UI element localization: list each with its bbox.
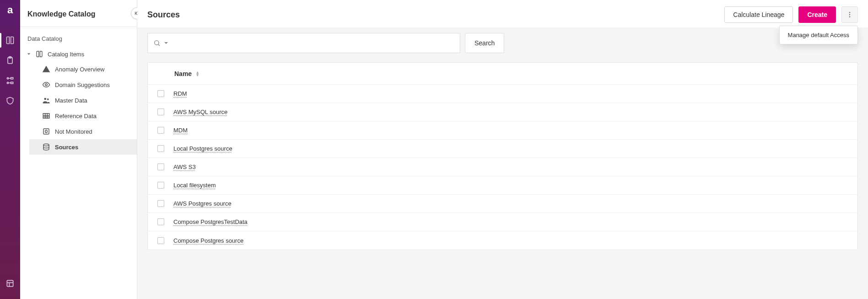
table-row: AWS S3 — [148, 158, 857, 176]
source-link[interactable]: AWS MySQL source — [173, 109, 227, 115]
svg-point-2 — [7, 77, 8, 79]
header-actions: Calculate Lineage Create — [724, 6, 858, 23]
layout-icon — [5, 279, 15, 288]
row-checkbox[interactable] — [157, 127, 164, 134]
table-row: Local filesystem — [148, 176, 857, 195]
more-actions-menu: Manage default Access — [779, 26, 858, 44]
page-title: Sources — [147, 10, 180, 20]
svg-rect-11 — [43, 129, 49, 134]
sidebar-section-title: Data Catalog — [20, 27, 137, 47]
row-checkbox[interactable] — [157, 163, 164, 170]
row-checkbox[interactable] — [157, 145, 164, 152]
source-link[interactable]: Compose PostgresTestData — [173, 218, 248, 225]
table-row: MDM — [148, 121, 857, 140]
search-icon — [153, 39, 161, 47]
table-row: Local Postgres source — [148, 140, 857, 158]
sidebar-item-label: Not Monitored — [55, 128, 92, 135]
caret-down-icon — [27, 51, 32, 58]
svg-point-13 — [43, 144, 49, 146]
sidebar-item-label: Sources — [55, 144, 78, 151]
tree-children: Anomaly Overview Domain Suggestions Mast… — [20, 61, 137, 155]
main: Sources Calculate Lineage Create Manage … — [137, 0, 868, 299]
sidebar-item-anomaly-overview[interactable]: Anomaly Overview — [29, 61, 137, 77]
menu-item-manage-default-access[interactable]: Manage default Access — [788, 32, 849, 38]
table-row: AWS Postgres source — [148, 195, 857, 213]
tree-root-catalog-items[interactable]: Catalog Items — [20, 47, 137, 61]
sidebar-item-reference-data[interactable]: Reference Data — [29, 108, 137, 124]
grid-icon — [42, 112, 50, 120]
eye-icon — [42, 81, 50, 89]
sidebar-item-master-data[interactable]: Master Data — [29, 92, 137, 108]
table-row: Compose Postgres source — [148, 231, 857, 250]
row-checkbox[interactable] — [157, 218, 164, 225]
more-actions-button[interactable] — [841, 6, 858, 23]
search-box[interactable] — [147, 33, 460, 53]
clipboard-icon — [5, 56, 15, 65]
book-icon — [5, 36, 15, 45]
source-link[interactable]: Compose Postgres source — [173, 237, 243, 244]
row-checkbox[interactable] — [157, 182, 164, 189]
svg-rect-6 — [7, 280, 13, 286]
sort-icon[interactable]: ▲▼ — [195, 71, 199, 76]
sidebar-item-domain-suggestions[interactable]: Domain Suggestions — [29, 77, 137, 92]
search-row: Search — [147, 33, 858, 53]
nodes-icon — [5, 76, 15, 85]
sources-table: Name ▲▼ RDMAWS MySQL sourceMDMLocal Post… — [147, 62, 858, 250]
svg-point-14 — [849, 12, 850, 13]
row-checkbox[interactable] — [157, 200, 164, 207]
shield-icon — [5, 96, 15, 105]
calculate-lineage-button[interactable]: Calculate Lineage — [724, 6, 793, 23]
table-row: RDM — [148, 85, 857, 103]
source-link[interactable]: AWS S3 — [173, 163, 196, 170]
svg-point-9 — [47, 98, 49, 100]
table-row: AWS MySQL source — [148, 103, 857, 121]
search-input[interactable] — [172, 39, 454, 47]
svg-point-3 — [7, 82, 8, 83]
dots-vertical-icon — [846, 11, 853, 18]
source-link[interactable]: Local filesystem — [173, 182, 216, 189]
row-checkbox[interactable] — [157, 109, 164, 115]
chevron-down-icon — [162, 39, 170, 47]
search-button[interactable]: Search — [465, 33, 504, 53]
create-button[interactable]: Create — [798, 6, 836, 23]
nav-rail: a — [0, 0, 20, 299]
sidebar: Knowledge Catalog Data Catalog Catalog I… — [20, 0, 137, 299]
rail-item-catalog[interactable] — [0, 30, 20, 50]
sidebar-title: Knowledge Catalog — [20, 0, 137, 27]
rail-item-clipboard[interactable] — [0, 50, 20, 71]
row-checkbox[interactable] — [157, 90, 164, 97]
warning-icon — [42, 65, 50, 73]
tree-root-label: Catalog Items — [48, 51, 84, 58]
sidebar-item-label: Anomaly Overview — [55, 66, 104, 73]
rail-item-bottom[interactable] — [0, 273, 20, 294]
row-checkbox[interactable] — [157, 237, 164, 244]
table-row: Compose PostgresTestData — [148, 213, 857, 231]
sidebar-item-sources[interactable]: Sources — [29, 139, 137, 155]
rail-item-security[interactable] — [0, 91, 20, 111]
sidebar-item-label: Reference Data — [55, 113, 97, 120]
svg-rect-5 — [11, 82, 13, 83]
svg-point-7 — [45, 84, 48, 86]
source-link[interactable]: RDM — [173, 90, 187, 97]
database-icon — [42, 143, 50, 151]
source-link[interactable]: MDM — [173, 127, 188, 134]
svg-point-17 — [155, 41, 159, 45]
rail-item-model[interactable] — [0, 71, 20, 91]
svg-point-15 — [849, 14, 850, 15]
brand-logo: a — [4, 4, 16, 16]
sidebar-item-label: Master Data — [55, 97, 87, 104]
book-icon — [36, 50, 44, 58]
sidebar-item-label: Domain Suggestions — [55, 82, 110, 88]
source-link[interactable]: AWS Postgres source — [173, 200, 232, 207]
column-header-name[interactable]: Name — [174, 70, 192, 77]
header: Sources Calculate Lineage Create — [137, 0, 868, 27]
source-link[interactable]: Local Postgres source — [173, 145, 232, 152]
table-header: Name ▲▼ — [148, 63, 857, 85]
sidebar-item-not-monitored[interactable]: Not Monitored — [29, 124, 137, 139]
content: Search Name ▲▼ RDMAWS MySQL sourceMDMLoc… — [137, 27, 868, 299]
svg-point-8 — [44, 98, 47, 100]
zero-box-icon — [42, 127, 50, 136]
svg-point-16 — [849, 16, 850, 17]
svg-point-12 — [45, 130, 48, 133]
people-icon — [42, 96, 50, 104]
